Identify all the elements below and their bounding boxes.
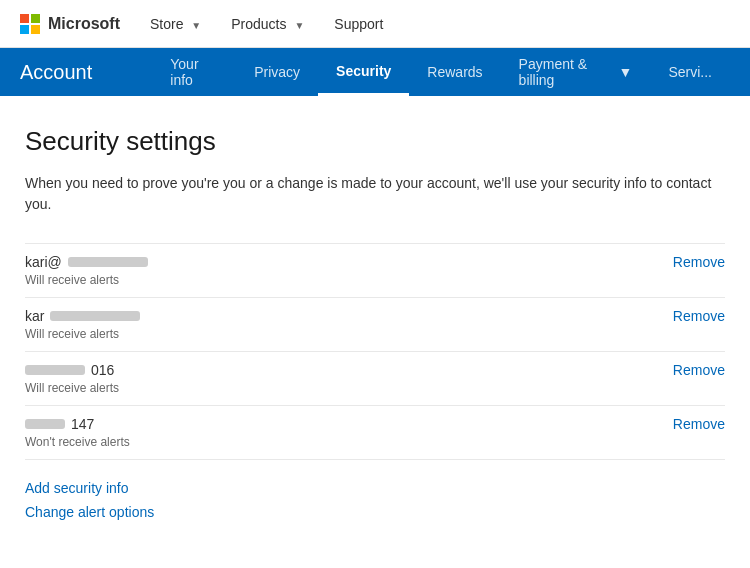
blurred-value <box>25 419 65 429</box>
account-nav: Account Your info Privacy Security Rewar… <box>0 48 750 96</box>
nav-products[interactable]: Products ▼ <box>231 16 304 32</box>
security-item-info: kari@ Will receive alerts <box>25 254 653 287</box>
nav-privacy[interactable]: Privacy <box>236 48 318 96</box>
security-item-info: kar Will receive alerts <box>25 308 653 341</box>
security-item: 147 Won't receive alerts Remove <box>25 405 725 460</box>
security-item: 016 Will receive alerts Remove <box>25 351 725 405</box>
add-security-info-link[interactable]: Add security info <box>25 480 725 496</box>
footer-note: Security info up to date? Explore more o… <box>25 548 725 568</box>
account-nav-items: Your info Privacy Security Rewards Payme… <box>152 48 730 96</box>
nav-services-link[interactable]: Servi... <box>650 48 730 96</box>
top-nav: Microsoft Store ▼ Products ▼ Support <box>0 0 750 48</box>
nav-your-info[interactable]: Your info <box>152 48 236 96</box>
top-nav-links: Store ▼ Products ▼ Support <box>150 16 383 32</box>
security-item-value: kar <box>25 308 653 324</box>
nav-privacy-link[interactable]: Privacy <box>236 48 318 96</box>
ms-green <box>31 14 40 23</box>
nav-your-info-link[interactable]: Your info <box>152 48 236 96</box>
change-alert-options-link[interactable]: Change alert options <box>25 504 725 520</box>
ms-logo-grid <box>20 14 40 34</box>
nav-security[interactable]: Security <box>318 48 409 96</box>
chevron-down-icon: ▼ <box>191 20 201 31</box>
nav-payment-billing[interactable]: Payment & billing ▼ <box>501 48 651 96</box>
nav-rewards[interactable]: Rewards <box>409 48 500 96</box>
ms-yellow <box>31 25 40 34</box>
security-item-status: Will receive alerts <box>25 273 653 287</box>
remove-button[interactable]: Remove <box>673 254 725 270</box>
action-links: Add security info Change alert options <box>25 480 725 520</box>
main-content: Security settings When you need to prove… <box>0 96 750 568</box>
nav-services[interactable]: Servi... <box>650 48 730 96</box>
security-item-value: kari@ <box>25 254 653 270</box>
nav-support[interactable]: Support <box>334 16 383 32</box>
security-item-info: 147 Won't receive alerts <box>25 416 653 449</box>
security-items-list: kari@ Will receive alerts Remove kar Wil… <box>25 243 725 460</box>
security-item-info: 016 Will receive alerts <box>25 362 653 395</box>
security-item-value: 147 <box>25 416 653 432</box>
nav-support-link[interactable]: Support <box>334 16 383 32</box>
blurred-value <box>50 311 140 321</box>
security-item-status: Will receive alerts <box>25 381 653 395</box>
page-description: When you need to prove you're you or a c… <box>25 173 725 215</box>
nav-payment-billing-link[interactable]: Payment & billing ▼ <box>501 48 651 96</box>
chevron-down-icon: ▼ <box>619 64 633 80</box>
blurred-value <box>25 365 85 375</box>
page-title: Security settings <box>25 126 725 157</box>
remove-button[interactable]: Remove <box>673 416 725 432</box>
security-item: kar Will receive alerts Remove <box>25 297 725 351</box>
security-item-status: Will receive alerts <box>25 327 653 341</box>
blurred-value <box>68 257 148 267</box>
nav-products-link[interactable]: Products ▼ <box>231 16 304 32</box>
account-nav-title: Account <box>20 61 122 84</box>
ms-blue <box>20 25 29 34</box>
security-item-status: Won't receive alerts <box>25 435 653 449</box>
security-item: kari@ Will receive alerts Remove <box>25 243 725 297</box>
security-item-value: 016 <box>25 362 653 378</box>
nav-rewards-link[interactable]: Rewards <box>409 48 500 96</box>
remove-button[interactable]: Remove <box>673 362 725 378</box>
ms-red <box>20 14 29 23</box>
nav-store-link[interactable]: Store ▼ <box>150 16 201 32</box>
nav-security-link[interactable]: Security <box>318 48 409 96</box>
chevron-down-icon: ▼ <box>294 20 304 31</box>
remove-button[interactable]: Remove <box>673 308 725 324</box>
brand-name: Microsoft <box>48 15 120 33</box>
microsoft-logo: Microsoft <box>20 14 120 34</box>
nav-store[interactable]: Store ▼ <box>150 16 201 32</box>
